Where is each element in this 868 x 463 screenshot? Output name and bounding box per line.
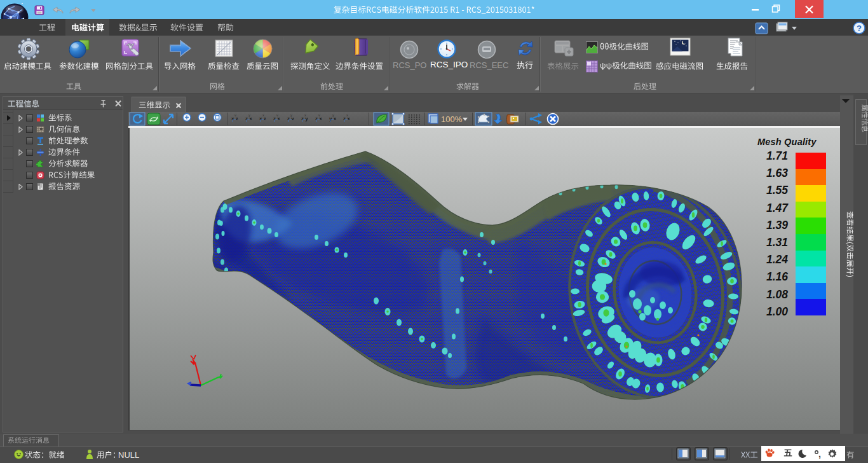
svg-text:y: y	[332, 113, 334, 117]
svg-text:v: v	[318, 113, 320, 117]
svg-text:,: ,	[818, 449, 821, 459]
svg-text:x: x	[262, 113, 264, 117]
svg-text:v: v	[276, 113, 278, 117]
svg-text:v: v	[234, 113, 236, 117]
svg-text:x: x	[304, 113, 306, 117]
svg-text:y: y	[290, 113, 292, 117]
svg-text:y: y	[248, 113, 250, 117]
svg-text:x: x	[346, 113, 348, 117]
svg-text:?: ?	[857, 24, 862, 33]
svg-text:100%: 100%	[441, 114, 463, 124]
